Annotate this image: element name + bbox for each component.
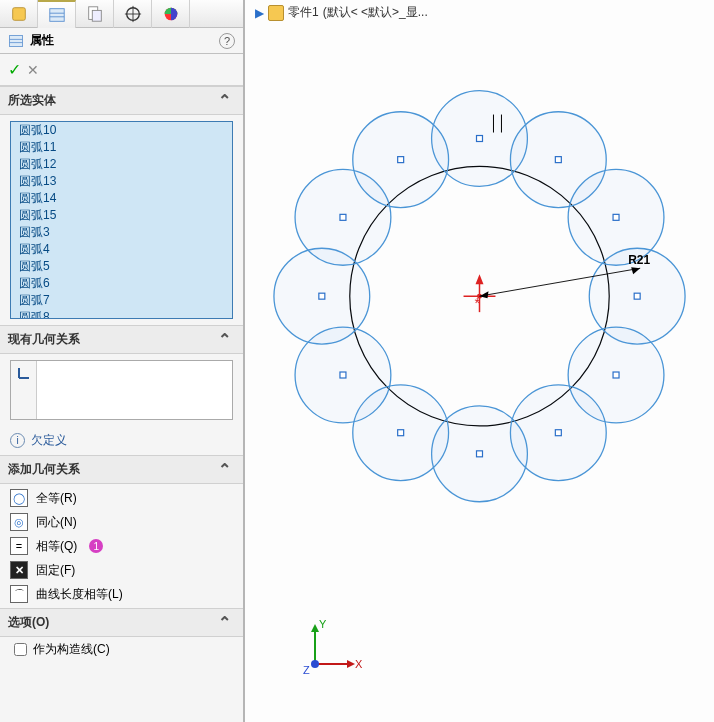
center-handle[interactable] bbox=[340, 214, 346, 220]
list-item[interactable]: 圆弧15 bbox=[11, 207, 232, 224]
center-handle[interactable] bbox=[477, 136, 483, 142]
svg-marker-24 bbox=[347, 660, 355, 668]
add-relation-fix[interactable]: ✕固定(F) bbox=[0, 558, 243, 582]
add-relations-list: ◯全等(R)◎同心(N)=相等(Q)1✕固定(F)⌒曲线长度相等(L) bbox=[0, 484, 243, 608]
pin-button[interactable]: ✕ bbox=[27, 62, 39, 78]
property-icon bbox=[48, 6, 66, 24]
list-item[interactable]: 圆弧14 bbox=[11, 190, 232, 207]
svg-rect-0 bbox=[12, 8, 25, 21]
center-handle[interactable] bbox=[398, 430, 404, 436]
center-handle[interactable] bbox=[555, 430, 561, 436]
option-construction[interactable]: 作为构造线(C) bbox=[0, 637, 243, 662]
list-item[interactable]: 圆弧3 bbox=[11, 224, 232, 241]
confirm-button[interactable]: ✓ bbox=[8, 60, 21, 79]
list-item[interactable]: 圆弧6 bbox=[11, 275, 232, 292]
add-relation-label: 固定(F) bbox=[36, 562, 75, 579]
svg-rect-1 bbox=[49, 9, 63, 22]
section-label: 添加几何关系 bbox=[8, 461, 80, 478]
section-add-relations[interactable]: 添加几何关系 ⌃ bbox=[0, 455, 243, 484]
chevron-up-icon[interactable]: ⌃ bbox=[214, 330, 235, 349]
status-row: i 欠定义 bbox=[0, 426, 243, 455]
appearance-icon bbox=[162, 5, 180, 23]
help-button[interactable]: ? bbox=[219, 33, 235, 49]
svg-marker-26 bbox=[311, 624, 319, 632]
existing-relations-box[interactable] bbox=[10, 360, 233, 420]
full-equal-icon: ◯ bbox=[10, 489, 28, 507]
panel-title: 属性 bbox=[30, 32, 219, 49]
chevron-up-icon[interactable]: ⌃ bbox=[214, 613, 235, 632]
center-handle[interactable] bbox=[555, 157, 561, 163]
center-handle[interactable] bbox=[398, 157, 404, 163]
info-icon: i bbox=[10, 433, 25, 448]
section-existing-relations[interactable]: 现有几何关系 ⌃ bbox=[0, 325, 243, 354]
action-row: ✓ ✕ bbox=[0, 54, 243, 86]
add-relation-label: 全等(R) bbox=[36, 490, 77, 507]
breadcrumb-suffix: (默认< <默认>_显... bbox=[323, 4, 428, 21]
eq-curve-len-icon: ⌒ bbox=[10, 585, 28, 603]
list-item[interactable]: 圆弧7 bbox=[11, 292, 232, 309]
fix-icon: ✕ bbox=[10, 561, 28, 579]
breadcrumb[interactable]: ▶ 零件1 (默认< <默认>_显... bbox=[255, 4, 428, 21]
svg-text:*: * bbox=[475, 295, 481, 311]
tab-property[interactable] bbox=[38, 0, 76, 28]
add-relation-full-equal[interactable]: ◯全等(R) bbox=[0, 486, 243, 510]
section-label: 选项(O) bbox=[8, 614, 49, 631]
selected-entities-list[interactable]: 圆弧10圆弧11圆弧12圆弧13圆弧14圆弧15圆弧3圆弧4圆弧5圆弧6圆弧7圆… bbox=[10, 121, 233, 319]
svg-point-27 bbox=[311, 660, 319, 668]
property-scroll[interactable]: 所选实体 ⌃ 圆弧10圆弧11圆弧12圆弧13圆弧14圆弧15圆弧3圆弧4圆弧5… bbox=[0, 86, 243, 722]
add-relation-label: 相等(Q) bbox=[36, 538, 77, 555]
construction-checkbox[interactable] bbox=[14, 643, 27, 656]
panel-tabs bbox=[0, 0, 243, 28]
axis-y-label: Y bbox=[319, 618, 327, 630]
status-text: 欠定义 bbox=[31, 432, 67, 449]
tab-config[interactable] bbox=[76, 0, 114, 28]
property-icon bbox=[8, 33, 24, 49]
relation-icon-column bbox=[11, 361, 37, 419]
center-handle[interactable] bbox=[613, 214, 619, 220]
option-label: 作为构造线(C) bbox=[33, 641, 110, 658]
target-icon bbox=[124, 5, 142, 23]
view-triad[interactable]: X Y Z bbox=[295, 614, 365, 687]
section-label: 现有几何关系 bbox=[8, 331, 80, 348]
tab-feature[interactable] bbox=[0, 0, 38, 28]
center-handle[interactable] bbox=[634, 293, 640, 299]
center-handle[interactable] bbox=[319, 293, 325, 299]
config-icon bbox=[86, 5, 104, 23]
tab-dim[interactable] bbox=[114, 0, 152, 28]
breadcrumb-arrow-icon: ▶ bbox=[255, 6, 264, 20]
center-handle[interactable] bbox=[340, 372, 346, 378]
step-marker: 1 bbox=[89, 539, 103, 553]
concentric-icon: ◎ bbox=[10, 513, 28, 531]
panel-resize-handle[interactable] bbox=[245, 0, 253, 722]
list-item[interactable]: 圆弧10 bbox=[11, 122, 232, 139]
svg-marker-14 bbox=[476, 274, 484, 284]
list-item[interactable]: 圆弧12 bbox=[11, 156, 232, 173]
add-relation-concentric[interactable]: ◎同心(N) bbox=[0, 510, 243, 534]
axis-z-label: Z bbox=[303, 664, 310, 676]
equal-icon: = bbox=[10, 537, 28, 555]
breadcrumb-doc: 零件1 bbox=[288, 4, 319, 21]
tab-appearance[interactable] bbox=[152, 0, 190, 28]
add-relation-label: 曲线长度相等(L) bbox=[36, 586, 123, 603]
list-item[interactable]: 圆弧11 bbox=[11, 139, 232, 156]
part-icon bbox=[268, 5, 284, 21]
add-relation-equal[interactable]: =相等(Q)1 bbox=[0, 534, 243, 558]
chevron-up-icon[interactable]: ⌃ bbox=[214, 91, 235, 110]
add-relation-eq-curve-len[interactable]: ⌒曲线长度相等(L) bbox=[0, 582, 243, 606]
list-item[interactable]: 圆弧13 bbox=[11, 173, 232, 190]
add-relation-label: 同心(N) bbox=[36, 514, 77, 531]
feature-icon bbox=[10, 5, 28, 23]
section-options[interactable]: 选项(O) ⌃ bbox=[0, 608, 243, 637]
list-item[interactable]: 圆弧4 bbox=[11, 241, 232, 258]
list-item[interactable]: 圆弧8 bbox=[11, 309, 232, 319]
svg-rect-5 bbox=[92, 10, 101, 21]
origin-marker: * bbox=[464, 274, 496, 312]
section-label: 所选实体 bbox=[8, 92, 56, 109]
list-item[interactable]: 圆弧5 bbox=[11, 258, 232, 275]
section-selected-entities[interactable]: 所选实体 ⌃ bbox=[0, 86, 243, 115]
center-handle[interactable] bbox=[477, 451, 483, 457]
chevron-up-icon[interactable]: ⌃ bbox=[214, 460, 235, 479]
axis-x-label: X bbox=[355, 658, 363, 670]
graphics-viewport[interactable]: ▶ 零件1 (默认< <默认>_显... * R21 bbox=[245, 0, 714, 722]
center-handle[interactable] bbox=[613, 372, 619, 378]
